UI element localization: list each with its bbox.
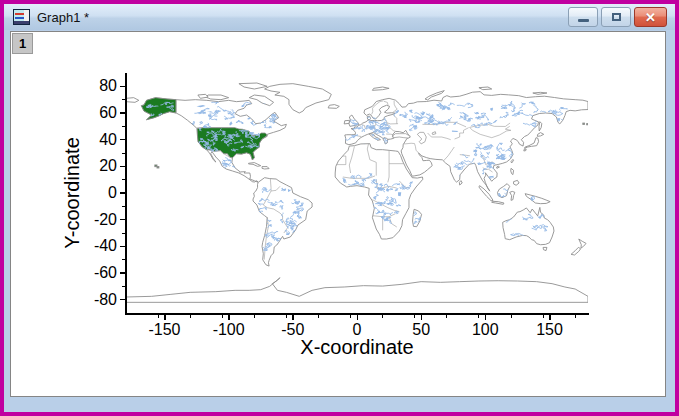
y-minor-tick <box>122 233 125 234</box>
minimize-icon <box>578 19 589 22</box>
plot-area[interactable] <box>126 73 588 313</box>
world-map <box>126 73 588 313</box>
x-minor-tick <box>158 315 159 318</box>
restore-button[interactable] <box>601 7 631 27</box>
y-minor-tick <box>122 286 125 287</box>
x-major-tick <box>164 315 166 320</box>
x-minor-tick <box>254 315 255 318</box>
y-major-tick <box>120 299 125 301</box>
y-axis-line <box>125 73 127 314</box>
x-major-tick <box>549 315 551 320</box>
y-minor-tick <box>122 99 125 100</box>
y-minor-tick <box>122 206 125 207</box>
x-minor-tick <box>511 315 512 318</box>
y-major-tick <box>120 139 125 141</box>
graph-window-icon <box>13 9 30 25</box>
y-major-tick <box>120 272 125 274</box>
y-major-tick <box>120 112 125 114</box>
land-layer <box>126 83 588 266</box>
close-icon: ✕ <box>645 11 656 24</box>
x-tick-label: -150 <box>133 321 197 339</box>
x-minor-tick <box>318 315 319 318</box>
y-major-tick <box>120 219 125 221</box>
restore-icon <box>612 13 621 21</box>
y-major-tick <box>120 86 125 88</box>
graph-window: Graph1 * ✕ 1 -150-100-500501001508060402… <box>0 0 679 416</box>
x-minor-tick <box>190 315 191 318</box>
y-minor-tick <box>122 259 125 260</box>
x-minor-tick <box>350 315 351 318</box>
window-title: Graph1 * <box>37 10 89 25</box>
x-minor-tick <box>414 315 415 318</box>
y-axis-title: Y-coordinate <box>61 93 85 293</box>
x-major-tick <box>357 315 359 320</box>
y-minor-tick <box>122 126 125 127</box>
x-minor-tick <box>222 315 223 318</box>
y-major-tick <box>120 246 125 248</box>
minimize-button[interactable] <box>568 7 598 27</box>
x-tick-label: -100 <box>197 321 261 339</box>
y-major-tick <box>120 192 125 194</box>
x-major-tick <box>485 315 487 320</box>
x-axis-title: X-coordinate <box>257 336 457 359</box>
x-major-tick <box>292 315 294 320</box>
x-tick-label: 100 <box>453 321 517 339</box>
antarctica-outline <box>126 278 588 303</box>
x-minor-tick <box>446 315 447 318</box>
x-tick-label: 150 <box>518 321 582 339</box>
x-major-tick <box>421 315 423 320</box>
x-minor-tick <box>478 315 479 318</box>
titlebar[interactable]: Graph1 * ✕ <box>4 4 675 30</box>
x-minor-tick <box>382 315 383 318</box>
y-tick-label: -80 <box>57 291 117 309</box>
layer-badge[interactable]: 1 <box>12 33 33 54</box>
y-minor-tick <box>122 153 125 154</box>
x-minor-tick <box>575 315 576 318</box>
y-major-tick <box>120 166 125 168</box>
y-minor-tick <box>122 179 125 180</box>
close-button[interactable]: ✕ <box>634 7 667 27</box>
x-minor-tick <box>286 315 287 318</box>
x-minor-tick <box>543 315 544 318</box>
x-major-tick <box>228 315 230 320</box>
